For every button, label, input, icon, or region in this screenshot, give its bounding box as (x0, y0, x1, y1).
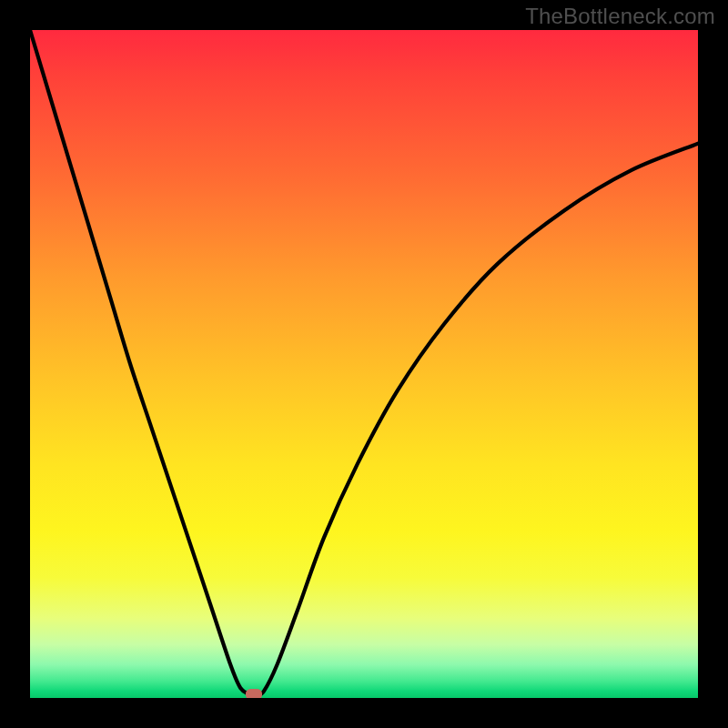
plot-area (30, 30, 698, 698)
bottleneck-curve (30, 30, 698, 698)
watermark-text: TheBottleneck.com (525, 4, 715, 29)
minimum-marker (246, 689, 262, 698)
outer-frame: TheBottleneck.com (0, 0, 728, 728)
